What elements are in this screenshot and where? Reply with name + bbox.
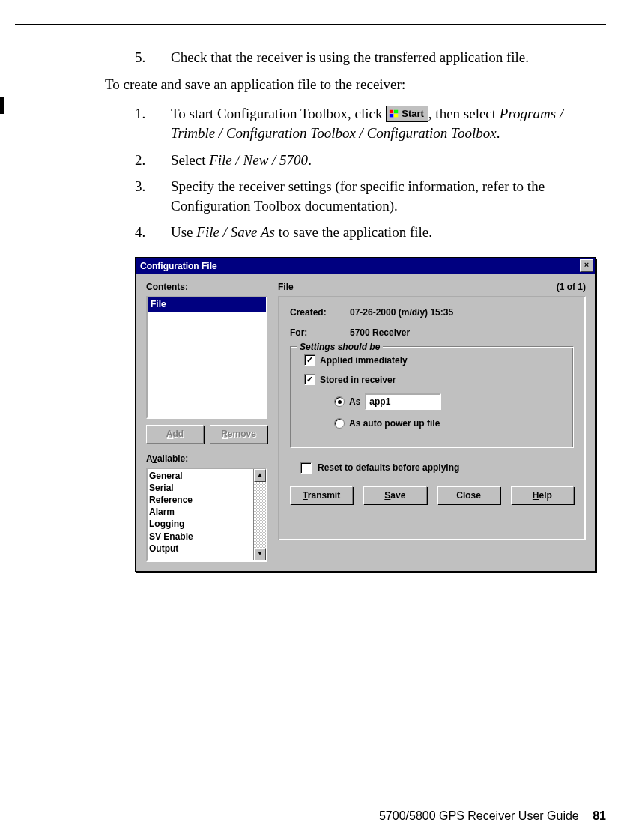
list-item: 3. Specify the receiver settings (for sp… bbox=[135, 177, 599, 215]
start-button-graphic: Start bbox=[386, 106, 428, 122]
list-item[interactable]: Reference bbox=[149, 494, 252, 506]
list-item: 2. Select File / New / 5700. bbox=[135, 151, 599, 170]
list-item[interactable]: Serial bbox=[149, 482, 252, 494]
dialog-titlebar[interactable]: Configuration File × bbox=[136, 258, 595, 274]
scroll-down-icon[interactable]: ▼ bbox=[254, 548, 266, 560]
step-text: Use File / Save As to save the applicati… bbox=[171, 223, 599, 242]
created-label: Created: bbox=[290, 306, 350, 318]
step-text: To start Configuration Toolbox, click St… bbox=[171, 104, 599, 142]
stored-checkbox[interactable]: ✓ bbox=[304, 374, 315, 385]
svg-rect-1 bbox=[394, 110, 398, 113]
svg-rect-3 bbox=[394, 114, 398, 117]
panel-title: File bbox=[278, 281, 294, 293]
help-button[interactable]: Help bbox=[511, 486, 574, 504]
scroll-up-icon[interactable]: ▲ bbox=[254, 469, 266, 482]
available-label: Available: bbox=[146, 453, 267, 465]
close-button[interactable]: Close bbox=[437, 486, 500, 504]
list-item[interactable]: SV Enable bbox=[149, 531, 252, 543]
transmit-button[interactable]: Transmit bbox=[290, 486, 353, 504]
step-number: 3. bbox=[135, 177, 171, 215]
stored-label: Stored in receiver bbox=[320, 374, 396, 386]
auto-powerup-label: As auto power up file bbox=[349, 417, 440, 429]
footer-page: 81 bbox=[593, 809, 606, 822]
list-item: 1. To start Configuration Toolbox, click… bbox=[135, 104, 599, 142]
list-item: 5. Check that the receiver is using the … bbox=[135, 48, 599, 67]
list-item-selected[interactable]: File bbox=[148, 297, 266, 311]
configuration-file-dialog: Configuration File × Contents: File Add … bbox=[135, 257, 596, 572]
settings-groupbox: Settings should be ✓ Applied immediately… bbox=[290, 346, 574, 449]
step-number: 2. bbox=[135, 151, 171, 170]
as-radio[interactable] bbox=[334, 396, 345, 407]
step-number: 5. bbox=[135, 48, 171, 67]
svg-rect-2 bbox=[390, 114, 393, 117]
footer-guide: 5700/5800 GPS Receiver User Guide bbox=[379, 809, 579, 822]
contents-listbox[interactable]: File bbox=[146, 296, 267, 419]
reset-label: Reset to defaults before applying bbox=[318, 462, 459, 474]
panel-count: (1 of 1) bbox=[557, 281, 586, 293]
list-item: 4. Use File / Save As to save the applic… bbox=[135, 223, 599, 242]
as-label: As bbox=[349, 396, 360, 408]
dialog-title: Configuration File bbox=[140, 260, 217, 272]
auto-powerup-radio[interactable] bbox=[334, 418, 345, 429]
page-footer: 5700/5800 GPS Receiver User Guide 81 bbox=[379, 808, 606, 824]
save-button[interactable]: Save bbox=[363, 486, 426, 504]
list-item[interactable]: General bbox=[149, 470, 252, 482]
list-item[interactable]: Alarm bbox=[149, 506, 252, 518]
change-bar bbox=[0, 97, 4, 114]
scrollbar[interactable]: ▲ ▼ bbox=[253, 469, 266, 560]
remove-button[interactable]: Remove bbox=[210, 425, 267, 443]
contents-label: Contents: bbox=[146, 281, 267, 293]
step-number: 4. bbox=[135, 223, 171, 242]
created-value: 07-26-2000 (m/d/y) 15:35 bbox=[350, 306, 453, 318]
applied-label: Applied immediately bbox=[320, 354, 408, 366]
intro-paragraph: To create and save an application file t… bbox=[105, 75, 599, 94]
as-name-input[interactable]: app1 bbox=[365, 393, 441, 410]
step-text: Select File / New / 5700. bbox=[171, 151, 599, 170]
for-value: 5700 Receiver bbox=[350, 327, 410, 339]
windows-icon bbox=[389, 109, 399, 119]
header-rule bbox=[15, 24, 606, 25]
list-item[interactable]: Logging bbox=[149, 518, 252, 530]
step-text: Specify the receiver settings (for speci… bbox=[171, 177, 599, 215]
close-icon[interactable]: × bbox=[580, 259, 593, 272]
available-listbox[interactable]: General Serial Reference Alarm Logging S… bbox=[146, 468, 267, 562]
step-text: Check that the receiver is using the tra… bbox=[171, 48, 599, 67]
add-button[interactable]: Add bbox=[146, 425, 204, 443]
step-number: 1. bbox=[135, 104, 171, 142]
svg-rect-0 bbox=[390, 110, 393, 113]
for-label: For: bbox=[290, 327, 350, 339]
list-item[interactable]: Output bbox=[149, 543, 252, 555]
groupbox-legend: Settings should be bbox=[297, 341, 383, 353]
reset-checkbox[interactable] bbox=[300, 462, 312, 474]
file-settings-panel: Created: 07-26-2000 (m/d/y) 15:35 For: 5… bbox=[278, 296, 586, 540]
applied-checkbox[interactable]: ✓ bbox=[304, 354, 315, 366]
